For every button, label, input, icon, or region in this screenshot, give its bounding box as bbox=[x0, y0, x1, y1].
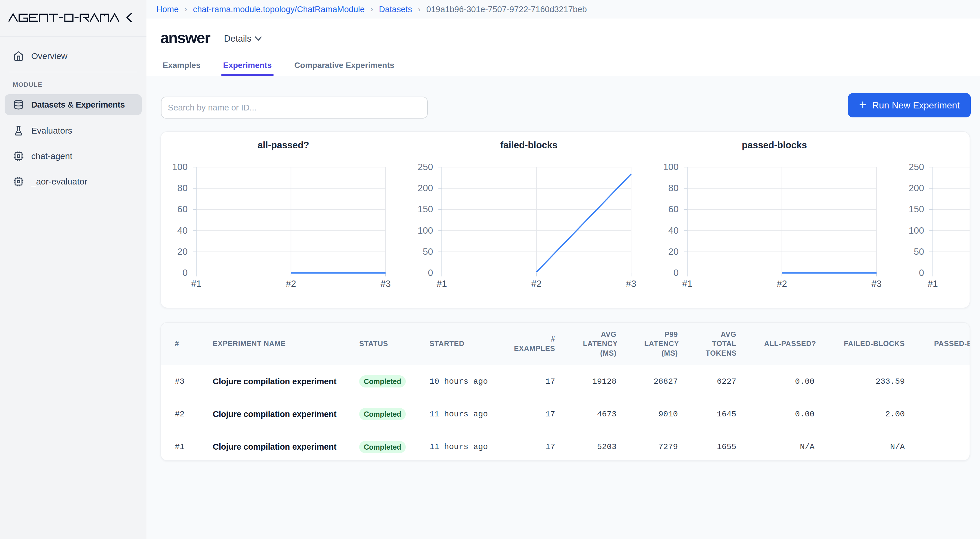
svg-text:#2: #2 bbox=[286, 279, 296, 289]
svg-text:0: 0 bbox=[673, 268, 679, 278]
svg-text:250: 250 bbox=[418, 162, 433, 172]
svg-text:100: 100 bbox=[908, 225, 924, 236]
svg-text:150: 150 bbox=[418, 204, 433, 214]
svg-text:#3: #3 bbox=[872, 279, 882, 289]
svg-text:80: 80 bbox=[177, 183, 188, 193]
svg-text:50: 50 bbox=[914, 246, 924, 257]
svg-text:200: 200 bbox=[908, 183, 924, 193]
svg-text:60: 60 bbox=[177, 204, 188, 214]
svg-text:0: 0 bbox=[919, 268, 924, 278]
svg-text:80: 80 bbox=[668, 183, 679, 193]
svg-text:0: 0 bbox=[428, 268, 433, 278]
svg-text:60: 60 bbox=[668, 204, 679, 214]
svg-text:#3: #3 bbox=[380, 279, 391, 289]
svg-text:40: 40 bbox=[177, 225, 188, 236]
svg-text:#2: #2 bbox=[531, 279, 542, 289]
svg-text:failed-blocks: failed-blocks bbox=[500, 140, 557, 151]
svg-text:#1: #1 bbox=[928, 279, 938, 289]
svg-text:100: 100 bbox=[663, 162, 678, 172]
svg-text:150: 150 bbox=[908, 204, 924, 214]
svg-text:#1: #1 bbox=[682, 279, 693, 289]
svg-text:250: 250 bbox=[908, 162, 924, 172]
svg-text:100: 100 bbox=[172, 162, 188, 172]
svg-text:100: 100 bbox=[418, 225, 433, 236]
svg-text:20: 20 bbox=[668, 246, 679, 257]
svg-text:200: 200 bbox=[418, 183, 433, 193]
svg-text:0: 0 bbox=[182, 268, 188, 278]
svg-text:50: 50 bbox=[423, 246, 433, 257]
svg-text:#3: #3 bbox=[626, 279, 636, 289]
svg-text:all-passed?: all-passed? bbox=[258, 140, 309, 151]
svg-text:20: 20 bbox=[177, 246, 188, 257]
svg-text:40: 40 bbox=[668, 225, 679, 236]
svg-text:#2: #2 bbox=[777, 279, 787, 289]
svg-text:#1: #1 bbox=[191, 279, 202, 289]
svg-text:#1: #1 bbox=[437, 279, 447, 289]
svg-text:passed-blocks: passed-blocks bbox=[742, 140, 807, 151]
